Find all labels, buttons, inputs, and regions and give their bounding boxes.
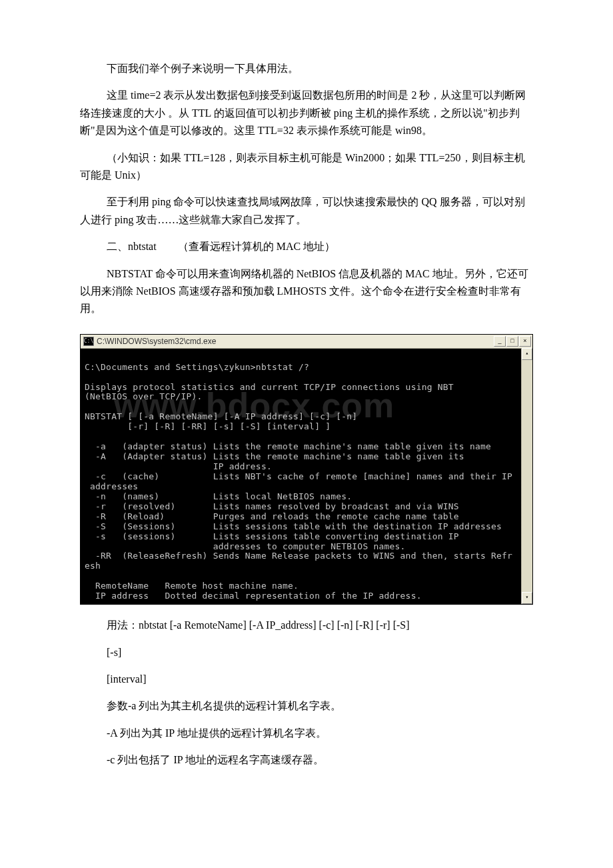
paragraph-ping-usage: 至于利用 ping 命令可以快速查找局域网故障，可以快速搜索最快的 QQ 服务器… <box>80 193 533 229</box>
paragraph-usage-syntax: 用法：nbtstat [-a RemoteName] [-A IP_addres… <box>80 617 533 634</box>
paragraph-tip-ttl: （小知识：如果 TTL=128，则表示目标主机可能是 Win2000；如果 TT… <box>80 149 533 185</box>
cmd-title-text: C:\WINDOWS\system32\cmd.exe <box>97 337 493 346</box>
cmd-titlebar: C:\ C:\WINDOWS\system32\cmd.exe _ □ × <box>81 335 532 349</box>
close-button[interactable]: × <box>519 336 531 347</box>
maximize-button[interactable]: □ <box>506 336 518 347</box>
paragraph-example-intro: 下面我们举个例子来说明一下具体用法。 <box>80 60 533 77</box>
cmd-icon: C:\ <box>83 337 94 346</box>
paragraph-time-ttl: 这里 time=2 表示从发出数据包到接受到返回数据包所用的时间是 2 秒，从这… <box>80 87 533 139</box>
paragraph-param-a-lower: 参数-a 列出为其主机名提供的远程计算机名字表。 <box>80 697 533 715</box>
cmd-output: C:\Documents and Settings\zykun>nbtstat … <box>81 349 532 604</box>
paragraph-param-c: -c 列出包括了 IP 地址的远程名字高速缓存器。 <box>80 751 533 769</box>
scroll-up-button[interactable]: ▴ <box>522 348 532 360</box>
paragraph-usage-interval: [interval] <box>80 671 533 688</box>
paragraph-param-a-upper: -A 列出为其 IP 地址提供的远程计算机名字表。 <box>80 725 533 742</box>
scroll-track[interactable] <box>522 360 532 592</box>
heading-nbtstat: 二、nbtstat （查看远程计算机的 MAC 地址） <box>80 238 533 255</box>
paragraph-nbtstat-desc: NBTSTAT 命令可以用来查询网络机器的 NetBIOS 信息及机器的 MAC… <box>80 265 533 318</box>
scroll-down-button[interactable]: ▾ <box>522 592 532 604</box>
scrollbar[interactable]: ▴ ▾ <box>521 348 532 604</box>
cmd-window: C:\ C:\WINDOWS\system32\cmd.exe _ □ × C:… <box>80 334 533 605</box>
minimize-button[interactable]: _ <box>494 336 506 347</box>
paragraph-usage-s: [-s] <box>80 644 533 661</box>
